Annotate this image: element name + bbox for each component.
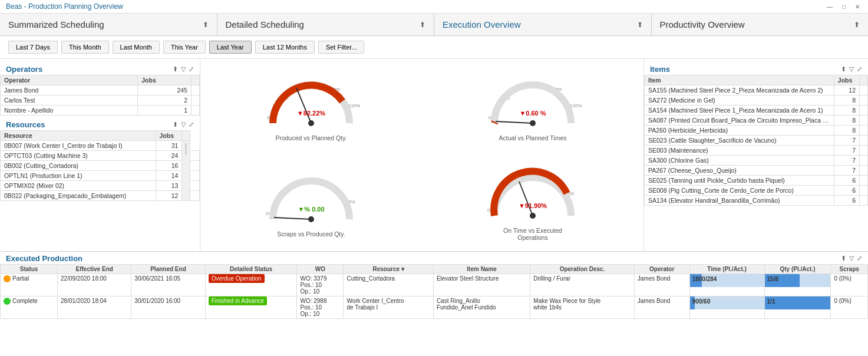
tab-detailed[interactable]: Detailed Scheduling ⬆ xyxy=(217,14,435,35)
filter-setfilter[interactable]: Set Filter... xyxy=(318,41,365,54)
export-icon-operators[interactable]: ⬆ xyxy=(173,65,178,73)
list-item[interactable]: SA154 (Machined Steel Piece 1_Pieza Meca… xyxy=(645,106,868,116)
list-item[interactable]: SA272 (Medicine in Gel)8 xyxy=(645,95,868,106)
filter-icon-executed[interactable]: ▽ xyxy=(849,255,854,262)
exec-qty: 1/1 xyxy=(764,296,831,319)
tab-execution[interactable]: Execution Overview ⬆ xyxy=(434,14,652,35)
operators-col-name: Operator xyxy=(1,75,138,85)
operators-icons: ⬆ ▽ ⤢ xyxy=(173,65,194,73)
filter-icon-operators[interactable]: ▽ xyxy=(181,65,186,73)
svg-line-5 xyxy=(296,88,311,123)
minimize-btn[interactable]: — xyxy=(824,4,835,10)
gauge-actual-label: Actual vs Planned Times xyxy=(499,134,567,141)
resource-jobs: 12 xyxy=(156,191,182,201)
scrollbar-cell-empty xyxy=(190,181,200,191)
svg-point-14 xyxy=(530,120,536,126)
list-item[interactable]: SA300 (Chlorine Gas)7 xyxy=(645,156,868,166)
scrollbar-cell[interactable] xyxy=(182,141,190,201)
gauge-scraps-svg: 0% 2% 4% 6% ▼% 0.00 xyxy=(261,169,361,228)
list-item[interactable]: 0B002 (Cutting_Cortadora)16 xyxy=(1,161,200,171)
tab-productivity[interactable]: Productivity Overview ⬆ xyxy=(652,14,869,35)
upload-icon-productivity[interactable]: ⬆ xyxy=(854,21,860,29)
list-item[interactable]: PA260 (Herbicide_Herbicida)8 xyxy=(645,126,868,136)
gauge-produced-vs-planned: 0% 30% 60% 90% 120% xyxy=(200,59,422,155)
gauge-ontime-label: On Time vs ExecutedOperations xyxy=(503,227,562,241)
exec-col-operator: Operator xyxy=(634,265,689,274)
exec-planned-end: 30/06/2021 16:05 xyxy=(131,274,205,296)
filter-icon-resources[interactable]: ▽ xyxy=(181,121,186,128)
scrollbar-cell xyxy=(860,196,868,206)
svg-point-28 xyxy=(530,213,536,219)
export-icon-executed[interactable]: ⬆ xyxy=(841,255,846,262)
close-btn[interactable]: ✕ xyxy=(853,4,862,10)
executed-table-scroll[interactable]: Status Effective End Planned End Detaile… xyxy=(0,264,868,319)
exec-col-qty: Qty (Pl./Act.) xyxy=(764,265,831,274)
list-item[interactable]: OPTCT03 (Cutting Machine 3)24 xyxy=(1,151,200,161)
exec-col-status: Status xyxy=(1,265,58,274)
list-item[interactable]: PA267 (Cheese_Queso_Queijo)7 xyxy=(645,166,868,176)
list-item[interactable]: Nombre - Apellido1 xyxy=(1,106,200,116)
exec-col-planned: Planned End xyxy=(131,265,205,274)
export-icon-items[interactable]: ⬆ xyxy=(841,65,846,73)
exec-resource: Work Center I_Centrode Trabajo I xyxy=(344,296,433,319)
list-item[interactable]: Carlos Test2 xyxy=(1,95,200,106)
svg-point-6 xyxy=(308,120,314,126)
item-jobs: 6 xyxy=(834,196,859,206)
expand-icon-items[interactable]: ⤢ xyxy=(857,65,862,73)
scrollbar-cell xyxy=(860,106,868,116)
filter-lastyear[interactable]: Last Year xyxy=(209,41,252,54)
list-item[interactable]: 0B022 (Packaging_Empacado_Embalagem)12 xyxy=(1,191,200,201)
list-item[interactable]: SA155 (Machined Steel Piece 2_Pieza Meca… xyxy=(645,85,868,95)
item-jobs: 8 xyxy=(834,126,859,136)
badge-overdue: Overdue Operation xyxy=(209,274,265,283)
gauges-top-row: 0% 30% 60% 90% 120% xyxy=(200,59,643,155)
gauge-actual-svg: 0% 30% 60% 90% 120% ▼0.60 xyxy=(483,73,583,132)
list-item[interactable]: SE008 (Pig Cutting_Corte de Cerdo_Corte … xyxy=(645,186,868,196)
upload-icon-execution[interactable]: ⬆ xyxy=(637,21,643,29)
export-icon-resources[interactable]: ⬆ xyxy=(173,121,178,128)
list-item[interactable]: SE003 (Maintenance)7 xyxy=(645,146,868,156)
operator-jobs: 1 xyxy=(138,106,192,116)
gauge-scraps-vs-produced: 0% 2% 4% 6% ▼% 0.00 Scraps vs Produced Q… xyxy=(200,155,422,251)
items-header: Items ⬆ ▽ ⤢ xyxy=(644,62,868,75)
list-item[interactable]: OPTMIX02 (Mixer 02)13 xyxy=(1,181,200,191)
badge-finished: Finished in Advance xyxy=(209,296,268,305)
filter-last7[interactable]: Last 7 Days xyxy=(8,41,58,54)
list-item[interactable]: SE025 (Tanning until Pickle_Curtido hast… xyxy=(645,176,868,186)
list-item[interactable]: 0B007 (Work Center I_Centro de Trabajo I… xyxy=(1,141,200,151)
list-item[interactable]: OPTLN1 (Production Line 1)14 xyxy=(1,171,200,181)
upload-icon-summarized[interactable]: ⬆ xyxy=(203,21,209,29)
resource-name: 0B007 (Work Center I_Centro de Trabajo I… xyxy=(1,141,156,151)
item-jobs: 7 xyxy=(834,156,859,166)
item-name: PA260 (Herbicide_Herbicida) xyxy=(645,126,834,136)
maximize-btn[interactable]: □ xyxy=(840,4,848,10)
expand-icon-operators[interactable]: ⤢ xyxy=(189,65,194,73)
upload-icon-detailed[interactable]: ⬆ xyxy=(420,21,425,29)
list-item[interactable]: SA087 (Printed Circuit Board_Placa de Ci… xyxy=(645,116,868,126)
tabs-row: Summarized Scheduling ⬆ Detailed Schedul… xyxy=(0,14,868,36)
item-name: SA134 (Elevator Handrail_Barandilla_Corr… xyxy=(645,196,834,206)
list-item[interactable]: SA134 (Elevator Handrail_Barandilla_Corr… xyxy=(645,196,868,206)
filter-thismonth[interactable]: This Month xyxy=(61,41,108,54)
list-item[interactable]: James Bond245 xyxy=(1,85,200,95)
filter-icon-items[interactable]: ▽ xyxy=(849,65,854,73)
tab-summarized[interactable]: Summarized Scheduling ⬆ xyxy=(0,14,217,35)
expand-icon-resources[interactable]: ⤢ xyxy=(189,121,194,128)
status-icon-complete xyxy=(4,298,11,305)
operator-jobs: 2 xyxy=(138,95,192,106)
filter-last12[interactable]: Last 12 Months xyxy=(255,41,315,54)
operators-header: Operators ⬆ ▽ ⤢ xyxy=(0,62,200,75)
exec-scraps: 0 (0%) xyxy=(831,274,868,296)
list-item[interactable]: SE023 (Cattle Slaughter_Sacrificio de Va… xyxy=(645,136,868,146)
expand-icon-executed[interactable]: ⤢ xyxy=(857,255,862,262)
resource-name: 0B002 (Cutting_Cortadora) xyxy=(1,161,156,171)
filter-thisyear[interactable]: This Year xyxy=(163,41,206,54)
scrollbar-cell xyxy=(860,166,868,176)
gauge-scraps-label: Scraps vs Produced Qty. xyxy=(277,230,345,238)
executed-production-title: Executed Production xyxy=(6,254,82,263)
gauge-produced-svg: 0% 30% 60% 90% 120% xyxy=(261,73,361,132)
filter-lastmonth[interactable]: Last Month xyxy=(113,41,160,54)
scrollbar-cell xyxy=(192,85,200,95)
table-row[interactable]: Complete 28/01/2020 18:04 30/01/2020 16:… xyxy=(1,296,868,319)
table-row[interactable]: Partial 22/09/2020 18:00 30/06/2021 16:0… xyxy=(1,274,868,296)
